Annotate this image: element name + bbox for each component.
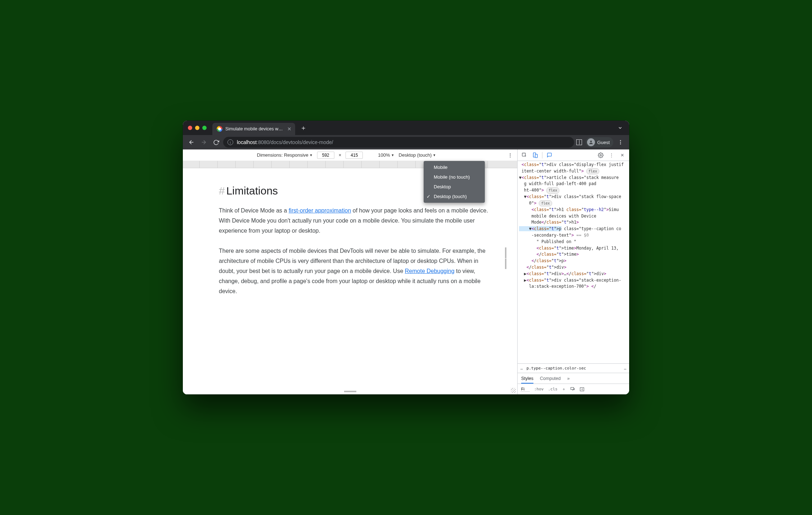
crumb-selected[interactable]: p.type--caption.color-sec (527, 366, 586, 371)
profile-button[interactable]: Guest (586, 137, 613, 147)
window-controls (188, 126, 207, 130)
option-label: Desktop (touch) (434, 194, 467, 199)
new-tab-button[interactable]: ＋ (295, 124, 312, 132)
device-type-menu: MobileMobile (no touch)Desktop✓Desktop (… (424, 161, 485, 203)
settings-gear-icon[interactable] (596, 151, 605, 160)
width-input[interactable] (317, 152, 334, 159)
paragraph: There are some aspects of mobile devices… (219, 246, 492, 296)
device-mode-pane: Dimensions: Responsive ▼ × 100% ▼ Deskto… (183, 149, 518, 394)
more-crumbs[interactable]: … (624, 366, 626, 371)
computed-sidebar-icon[interactable] (579, 387, 585, 392)
scroll-indicator[interactable] (505, 247, 506, 269)
device-type-option[interactable]: Mobile (no touch) (424, 172, 485, 182)
forward-button[interactable] (199, 137, 209, 147)
svg-point-4 (620, 142, 621, 143)
styles-tabbar: Styles Computed » (518, 373, 629, 384)
device-type-option[interactable]: Desktop (424, 182, 485, 192)
svg-point-3 (620, 140, 621, 141)
svg-rect-8 (535, 154, 537, 157)
link-first-order[interactable]: first-order approximation (289, 207, 351, 214)
reload-button[interactable] (211, 137, 221, 147)
height-input[interactable] (346, 152, 363, 159)
toggle-device-toolbar-icon[interactable] (531, 151, 540, 160)
option-label: Mobile (434, 165, 447, 170)
svg-rect-10 (571, 387, 574, 389)
svg-point-5 (620, 143, 621, 144)
dimension-separator: × (339, 152, 342, 158)
device-type-dropdown[interactable]: Desktop (touch) ▼ (399, 152, 436, 158)
caret-down-icon: ▼ (433, 153, 436, 157)
dimensions-label: Dimensions: Responsive (257, 152, 308, 158)
device-toolbar: Dimensions: Responsive ▼ × 100% ▼ Deskto… (183, 149, 517, 161)
tab-more[interactable]: » (567, 376, 570, 384)
devtools-panel: ⋮ ✕ <class="t">div class="display-flex j… (518, 149, 629, 394)
zoom-label: 100% (378, 152, 390, 158)
minimize-window-button[interactable] (195, 126, 199, 130)
browser-menu-button[interactable] (615, 137, 626, 147)
side-panel-icon[interactable] (576, 139, 582, 145)
tab-title: Simulate mobile devices with D (225, 126, 284, 131)
close-window-button[interactable] (188, 126, 192, 130)
caret-down-icon: ▼ (391, 153, 394, 157)
tab-computed[interactable]: Computed (540, 376, 561, 384)
profile-label: Guest (597, 140, 610, 145)
content-area: Dimensions: Responsive ▼ × 100% ▼ Deskto… (183, 149, 629, 394)
browser-window: Simulate mobile devices with D ✕ ＋ i loc… (183, 121, 629, 394)
more-crumbs[interactable]: … (520, 366, 523, 371)
inspect-element-icon[interactable] (520, 151, 529, 160)
svg-rect-6 (522, 153, 525, 156)
dimensions-dropdown[interactable]: Dimensions: Responsive ▼ (257, 152, 313, 158)
caret-down-icon: ▼ (310, 153, 313, 157)
devtools-toolbar: ⋮ ✕ (518, 149, 629, 161)
paint-icon[interactable] (570, 387, 575, 392)
device-type-option[interactable]: ✓Desktop (touch) (424, 192, 485, 201)
close-devtools-icon[interactable]: ✕ (618, 151, 627, 160)
device-type-option[interactable]: Mobile (424, 162, 485, 172)
link-remote-debugging[interactable]: Remote Debugging (405, 268, 455, 274)
option-label: Mobile (no touch) (434, 174, 470, 180)
zoom-dropdown[interactable]: 100% ▼ (378, 152, 394, 158)
devtools-menu-icon[interactable]: ⋮ (607, 151, 616, 160)
styles-filter-input[interactable] (520, 386, 530, 392)
check-icon: ✓ (427, 194, 430, 199)
page-content: #Limitations Think of Device Mode as a f… (208, 183, 503, 394)
hover-toggle[interactable]: :hov (534, 387, 544, 391)
chevron-down-icon[interactable] (614, 125, 626, 130)
resize-handle-corner[interactable] (511, 388, 516, 393)
new-style-rule-icon[interactable]: ＋ (562, 386, 566, 392)
svg-point-2 (590, 140, 592, 142)
browser-toolbar: i localhost:8080/docs/devtools/device-mo… (183, 135, 629, 149)
chrome-icon (217, 126, 222, 132)
option-label: Desktop (434, 184, 451, 189)
tab-strip: Simulate mobile devices with D ✕ ＋ (183, 121, 629, 135)
close-tab-button[interactable]: ✕ (287, 126, 292, 132)
elements-dom-tree[interactable]: <class="t">div class="display-flex justi… (518, 161, 629, 363)
browser-tab[interactable]: Simulate mobile devices with D ✕ (212, 123, 295, 135)
device-toolbar-menu[interactable]: ⋮ (508, 152, 513, 158)
device-type-label: Desktop (touch) (399, 152, 432, 158)
hash-anchor-icon[interactable]: # (219, 185, 225, 197)
back-button[interactable] (186, 137, 197, 147)
cls-toggle[interactable]: .cls (548, 387, 558, 391)
maximize-window-button[interactable] (202, 126, 207, 130)
tab-styles[interactable]: Styles (521, 376, 533, 384)
styles-actions: :hov .cls ＋ (518, 384, 629, 394)
resize-handle-bottom[interactable] (344, 391, 356, 392)
site-info-icon[interactable]: i (227, 139, 233, 145)
address-bar[interactable]: i localhost:8080/docs/devtools/device-mo… (223, 137, 574, 148)
paragraph: Think of Device Mode as a first-order ap… (219, 206, 492, 236)
elements-panel-icon[interactable] (545, 151, 554, 160)
svg-point-9 (600, 154, 601, 156)
url-text: localhost:8080/docs/devtools/device-mode… (237, 139, 333, 145)
breadcrumb-bar[interactable]: … p.type--caption.color-sec … (518, 363, 629, 373)
avatar-icon (587, 138, 595, 146)
